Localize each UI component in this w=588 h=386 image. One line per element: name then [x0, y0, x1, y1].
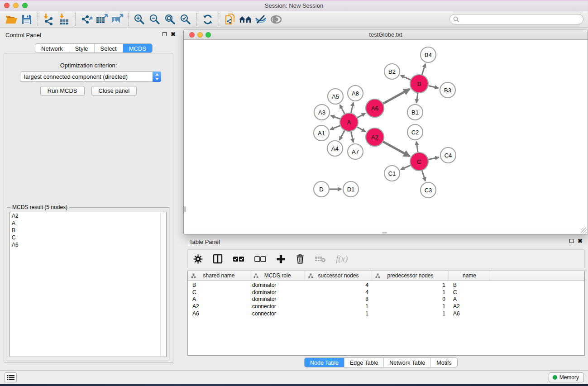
graph-edge-A-A3[interactable]: [331, 115, 340, 119]
refresh-layout-icon[interactable]: [200, 12, 215, 27]
graph-edge-B-B2[interactable]: [401, 76, 411, 80]
graph-edge-B-B4[interactable]: [422, 64, 425, 75]
graph-edge-C-C2[interactable]: [416, 142, 418, 152]
float-table-panel-icon[interactable]: [569, 239, 574, 243]
graph-edge-B-B1[interactable]: [416, 93, 418, 103]
mcds-result-item[interactable]: C: [10, 234, 166, 241]
zoom-in-icon[interactable]: [132, 12, 147, 27]
function-builder-icon[interactable]: f(x): [336, 253, 348, 265]
float-panel-icon[interactable]: [163, 32, 167, 36]
graph-node-A2[interactable]: A2: [366, 128, 384, 146]
new-network-from-selection-icon[interactable]: [222, 12, 238, 27]
import-network-icon[interactable]: [41, 12, 57, 27]
unselect-all-columns-icon[interactable]: [254, 253, 266, 265]
tab-select[interactable]: Select: [94, 44, 123, 52]
export-table-icon[interactable]: [94, 12, 110, 27]
graph-edge-C-C4[interactable]: [429, 157, 439, 159]
column-header-successor-nodes[interactable]: successor nodes: [305, 271, 372, 280]
graph-edge-C-C1[interactable]: [401, 165, 410, 169]
memory-button[interactable]: Memory: [549, 372, 584, 382]
column-header-shared-name[interactable]: shared name: [188, 271, 250, 280]
graph-node-A1[interactable]: A1: [314, 125, 329, 141]
table-row[interactable]: Cdominator41C: [188, 289, 584, 296]
hide-graphics-details-icon[interactable]: [253, 12, 268, 27]
graph-edge-A2-C[interactable]: [383, 142, 410, 156]
tab-edge-table[interactable]: Edge Table: [344, 358, 383, 367]
graph-edge-A-A4[interactable]: [339, 131, 344, 140]
birdseye-view-icon[interactable]: [268, 12, 284, 27]
settings-gear-icon[interactable]: [193, 253, 203, 265]
window-resize-grip[interactable]: [581, 228, 587, 234]
graph-node-D[interactable]: D: [314, 181, 329, 197]
graph-node-C4[interactable]: C4: [440, 148, 456, 163]
table-row[interactable]: Adominator80A: [188, 296, 584, 303]
graph-node-B2[interactable]: B2: [384, 64, 400, 79]
graph-node-A8[interactable]: A8: [348, 86, 363, 101]
graph-node-A7[interactable]: A7: [348, 144, 363, 159]
table-row[interactable]: A2connector11A2: [188, 303, 584, 310]
graph-node-C2[interactable]: C2: [407, 124, 423, 140]
show-columns-icon[interactable]: [213, 253, 223, 265]
table-row[interactable]: A6connector11A6: [188, 310, 584, 318]
search-input[interactable]: [461, 16, 574, 23]
run-mcds-button[interactable]: Run MCDS: [40, 86, 85, 96]
tab-motifs[interactable]: Motifs: [430, 358, 457, 367]
delete-columns-trash-icon[interactable]: [296, 253, 305, 265]
graph-node-A5[interactable]: A5: [328, 89, 343, 104]
open-file-icon[interactable]: [4, 12, 19, 27]
graph-edge-C-C3[interactable]: [422, 171, 425, 181]
graph-node-A3[interactable]: A3: [314, 105, 330, 120]
graph-edge-A-A2[interactable]: [357, 127, 365, 132]
tab-style[interactable]: Style: [69, 44, 94, 52]
graph-node-B4[interactable]: B4: [421, 47, 436, 62]
graph-node-B1[interactable]: B1: [407, 105, 423, 120]
mcds-list-scrollbar[interactable]: [160, 212, 166, 357]
zoom-fit-icon[interactable]: [163, 12, 178, 27]
network-horizontal-scrollbar[interactable]: [184, 231, 588, 234]
network-canvas[interactable]: AA1A2A3A4A5A6A7A8BB1B2B3B4CC1C2C3C4DD1: [184, 40, 588, 231]
mcds-result-list[interactable]: A2ABCA6: [10, 212, 167, 357]
graph-node-B[interactable]: B: [410, 75, 428, 93]
graph-edge-B-B3[interactable]: [428, 86, 438, 88]
column-header-mcds-role[interactable]: MCDS role: [250, 271, 305, 280]
mcds-result-item[interactable]: A6: [10, 241, 166, 248]
graph-node-C3[interactable]: C3: [421, 182, 436, 198]
create-column-icon[interactable]: [276, 253, 286, 265]
network-view-window[interactable]: testGlobe.txt AA1A2A3A4A5A6A7A8BB1B2B3B4…: [183, 29, 588, 234]
graph-edge-A-A7[interactable]: [351, 132, 353, 143]
graph-edge-A6-B[interactable]: [383, 89, 410, 104]
graph-node-B3[interactable]: B3: [440, 82, 455, 98]
tab-node-table[interactable]: Node Table: [305, 358, 344, 367]
graph-node-C1[interactable]: C1: [384, 166, 400, 181]
network-hscroll-thumb[interactable]: [382, 232, 387, 234]
zoom-out-icon[interactable]: [147, 12, 163, 27]
close-table-panel-icon[interactable]: ✖: [578, 238, 583, 243]
home-pages-icon[interactable]: [238, 12, 253, 27]
save-session-icon[interactable]: [19, 12, 34, 27]
search-field[interactable]: [449, 14, 583, 24]
zoom-selected-icon[interactable]: [178, 12, 193, 27]
tab-network-table[interactable]: Network Table: [383, 358, 430, 367]
graph-node-D1[interactable]: D1: [343, 181, 359, 197]
close-panel-button[interactable]: Close panel: [91, 86, 137, 96]
criterion-dropdown[interactable]: largest connected component (directed): [20, 71, 161, 82]
graph-edge-A-A6[interactable]: [357, 113, 365, 118]
tab-mcds[interactable]: MCDS: [123, 44, 152, 52]
import-table-icon[interactable]: [57, 12, 72, 27]
mcds-result-item[interactable]: A: [10, 219, 166, 227]
column-header-name[interactable]: name: [449, 271, 490, 280]
tab-network[interactable]: Network: [35, 44, 69, 52]
mcds-result-item[interactable]: B: [10, 227, 166, 234]
table-row[interactable]: Bdominator41B: [188, 282, 584, 289]
graph-edge-A-A5[interactable]: [340, 105, 344, 114]
close-panel-icon[interactable]: ✖: [171, 32, 176, 37]
dropdown-stepper-icon[interactable]: [153, 71, 161, 82]
export-network-icon[interactable]: [79, 12, 94, 27]
graph-node-A4[interactable]: A4: [327, 141, 343, 156]
graph-edge-A-A8[interactable]: [351, 103, 353, 113]
select-all-columns-icon[interactable]: [233, 253, 244, 265]
network-vertical-scrollbar[interactable]: [184, 206, 186, 212]
column-header-predecessor-nodes[interactable]: predecessor nodes: [372, 271, 449, 280]
task-history-button[interactable]: [5, 372, 17, 382]
export-image-icon[interactable]: [110, 12, 125, 27]
